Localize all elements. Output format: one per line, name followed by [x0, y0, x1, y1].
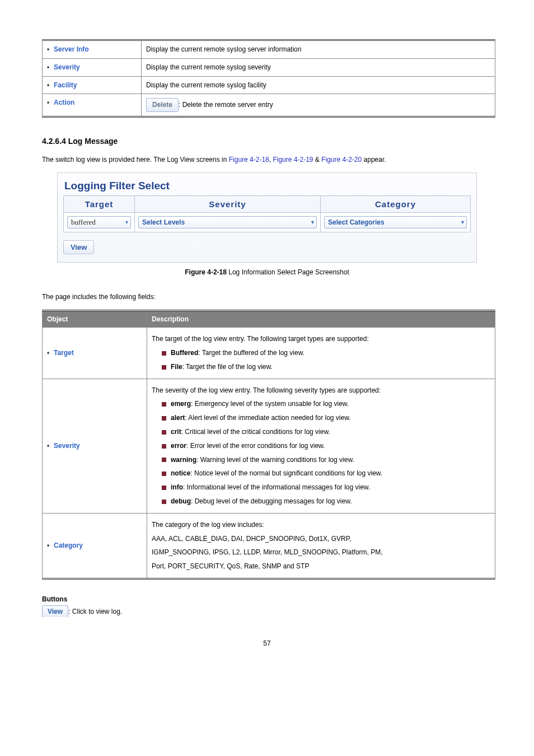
target-select-value: buffered [71, 217, 96, 227]
bullet-item: error: Error level of the error conditio… [152, 440, 490, 452]
text: Severity [54, 442, 80, 450]
text: appear. [362, 156, 386, 164]
row-label: •Facility [43, 76, 142, 94]
square-bullet-icon [162, 351, 166, 356]
bold-term: info [171, 483, 183, 491]
target-select[interactable]: buffered ▾ [67, 216, 131, 228]
square-bullet-icon [162, 486, 166, 490]
row-label-category: •Category [43, 513, 147, 578]
bullet-item: File: Target the file of the log view. [152, 361, 490, 374]
square-bullet-icon [162, 430, 166, 435]
row-label: •Action [43, 94, 142, 117]
bold-term: notice [171, 469, 190, 477]
bullet-item: emerg: Emergency level of the system uns… [152, 398, 490, 410]
col-header-object: Object [43, 311, 147, 328]
view-button-desc: : Click to view log. [68, 608, 122, 615]
row-desc: Delete: Delete the remote server entry [142, 94, 495, 117]
category-select-value: Select Categories [328, 217, 385, 227]
bullet-item: notice: Notice level of the normal but s… [152, 467, 490, 480]
chevron-down-icon: ▾ [458, 217, 464, 227]
bold-term: debug [171, 497, 191, 505]
col-header-severity: Severity [135, 196, 321, 213]
figure-link-2[interactable]: Figure 4-2-19 [273, 156, 313, 164]
delete-button-image[interactable]: Delete [146, 98, 179, 112]
text: : Informational level of the information… [183, 483, 370, 491]
bullet-item: crit: Critical level of the critical con… [152, 426, 490, 438]
page-number: 57 [42, 640, 492, 647]
bullet-item: Buffered: Target the buffered of the log… [152, 347, 490, 360]
chevron-down-icon: ▾ [122, 217, 128, 227]
figure-caption-text: Log Information Select Page Screenshot [227, 268, 349, 276]
text: : Warning level of the warning condition… [196, 456, 354, 464]
fields-intro: The page includes the following fields: [42, 292, 492, 302]
row-desc: Display the current remote syslog severi… [142, 58, 495, 76]
text: : Debug level of the debugging messages … [191, 497, 352, 505]
bullet-item: info: Informational level of the informa… [152, 481, 490, 494]
screenshot-logging-filter: Logging Filter Select Target Severity Ca… [57, 172, 477, 263]
col-header-description: Description [147, 311, 495, 328]
category-select[interactable]: Select Categories ▾ [324, 216, 467, 228]
text: The switch log view is provided here. Th… [42, 156, 229, 164]
text: : Delete the remote server entry [179, 101, 273, 109]
row-desc: Display the current remote syslog server… [142, 40, 495, 59]
view-button-image[interactable]: View [42, 605, 68, 617]
text: Category [54, 542, 83, 549]
text-line: Port, PORT_SECURITY, QoS, Rate, SNMP and… [152, 560, 490, 573]
row-desc: Display the current remote syslog facili… [142, 76, 495, 94]
section-heading: 4.2.6.4 Log Message [42, 137, 492, 146]
row-desc-target: The target of the log view entry. The fo… [147, 328, 495, 378]
bullet-item: warning: Warning level of the warning co… [152, 454, 490, 466]
buttons-row: View: Click to view log. [42, 605, 492, 617]
row-label-severity: •Severity [43, 379, 147, 513]
col-header-category: Category [321, 196, 471, 213]
text: : Error level of the error conditions fo… [186, 442, 325, 450]
square-bullet-icon [162, 500, 166, 504]
square-bullet-icon [162, 472, 166, 476]
bold-term: alert [171, 414, 185, 422]
square-bullet-icon [162, 444, 166, 449]
text: : Emergency level of the system unsable … [191, 400, 349, 408]
buttons-heading: Buttons [42, 595, 492, 603]
text: & [313, 156, 322, 164]
bold-term: emerg [171, 400, 191, 408]
chevron-down-icon: ▾ [308, 217, 314, 227]
figure-caption: Figure 4-2-18 Log Information Select Pag… [42, 268, 492, 276]
lead-text: The category of the log view includes: [152, 519, 490, 531]
col-header-target: Target [64, 196, 135, 213]
row-desc-severity: The severity of the log view entry. The … [147, 379, 495, 513]
table-log-view-fields: Object Description •Target The target of… [42, 310, 495, 580]
table-remote-server-fields: •Server InfoDisplay the current remote s… [42, 39, 495, 118]
row-label-target: •Target [43, 328, 147, 379]
severity-select[interactable]: Select Levels ▾ [138, 216, 317, 228]
text: : Target the buffered of the log view. [198, 349, 305, 357]
text: : Notice level of the normal but signifi… [190, 469, 382, 477]
figure-link-1[interactable]: Figure 4-2-18 [229, 156, 269, 164]
intro-paragraph: The switch log view is provided here. Th… [42, 155, 492, 165]
bold-term: warning [171, 456, 196, 464]
row-label: •Severity [43, 58, 142, 76]
bold-term: File [171, 363, 182, 371]
figure-link-3[interactable]: Figure 4-2-20 [321, 156, 362, 164]
row-label: •Server Info [43, 40, 142, 59]
text: : Alert level of the immediate action ne… [185, 414, 350, 422]
square-bullet-icon [162, 365, 166, 370]
bullet-item: alert: Alert level of the immediate acti… [152, 412, 490, 424]
screenshot-table: Target Severity Category buffered ▾ Sele… [63, 195, 471, 232]
text: : Target the file of the log view. [182, 363, 273, 371]
screenshot-title: Logging Filter Select [63, 179, 471, 195]
bold-term: error [171, 442, 186, 450]
text: Target [54, 349, 74, 357]
bold-term: crit [171, 428, 181, 436]
view-button[interactable]: View [63, 240, 94, 254]
text-line: AAA, ACL, CABLE_DIAG, DAI, DHCP_SNOOPING… [152, 533, 490, 545]
row-desc-category: The category of the log view includes:AA… [147, 514, 495, 578]
square-bullet-icon [162, 458, 166, 462]
lead-text: The target of the log view entry. The fo… [152, 333, 490, 346]
lead-text: The severity of the log view entry. The … [152, 384, 490, 397]
bold-term: Buffered [171, 349, 198, 357]
text: : Critical level of the critical conditi… [181, 428, 330, 436]
figure-caption-number: Figure 4-2-18 [185, 268, 227, 276]
bullet-item: debug: Debug level of the debugging mess… [152, 495, 490, 508]
square-bullet-icon [162, 416, 166, 421]
text-line: IGMP_SNOOPING, IPSG, L2, LLDP, Mirror, M… [152, 546, 490, 559]
